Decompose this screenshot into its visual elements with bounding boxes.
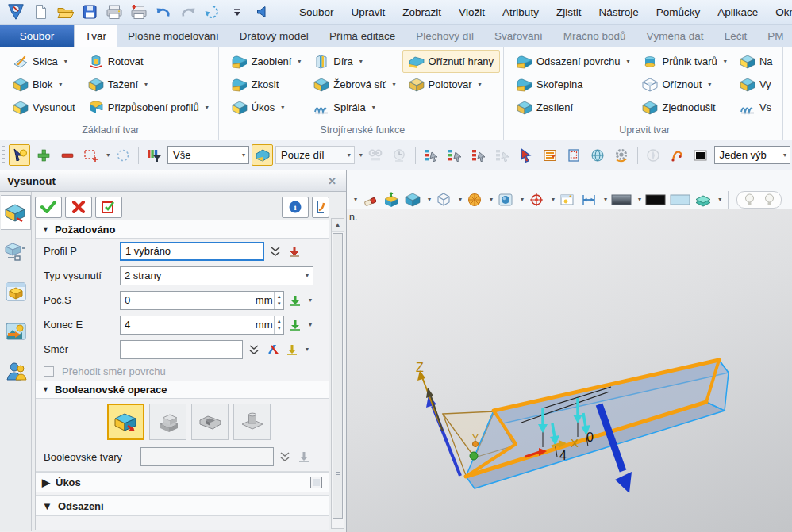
person-tab-icon[interactable] [2, 354, 30, 388]
open-folder-icon[interactable] [56, 2, 75, 21]
origin-green-handle[interactable] [470, 452, 478, 460]
ribbon-item-oriznout[interactable]: Oříznout▾ [636, 73, 732, 96]
chevron-down-icon[interactable]: ▾ [359, 152, 363, 159]
chevron-down-icon[interactable]: ▾ [552, 197, 555, 203]
ribbon-tab-prima-editace[interactable]: Přímá editace [319, 25, 406, 47]
print-icon[interactable] [105, 2, 124, 21]
layers-icon[interactable] [540, 144, 561, 166]
boolean-add-icon[interactable] [149, 404, 186, 440]
gradient-swatch-icon[interactable] [611, 191, 632, 209]
chevron-down-icon[interactable]: ▾ [106, 152, 110, 159]
ribbon-tab-soubor[interactable]: Soubor [0, 25, 74, 47]
expand-chevrons-icon[interactable] [246, 341, 262, 358]
ribbon-item-skorepina[interactable]: Skořepina [510, 73, 636, 96]
new-document-icon[interactable] [31, 2, 50, 21]
pick-mode-combo[interactable]: Jeden výb▾ [714, 146, 790, 164]
ribbon-tab-plechovy-dil[interactable]: Plechový díl [406, 25, 484, 47]
ribbon-item-tazeni[interactable]: Tažení▾ [82, 73, 215, 96]
apply-value-yellow-icon[interactable] [284, 341, 300, 358]
dialog-titlebar[interactable]: Vysunout ✕ [0, 170, 346, 192]
remove-selection-icon[interactable] [56, 144, 78, 166]
dimension-tab-icon[interactable] [2, 235, 30, 270]
scroll-up-icon[interactable]: ▲ [332, 219, 344, 232]
window-cube-tab-icon[interactable] [2, 274, 30, 309]
menu-pomucky[interactable]: Pomůcky [648, 6, 709, 18]
apply-value-green-icon[interactable] [287, 316, 303, 334]
filter-icon[interactable] [144, 144, 165, 166]
black-swatch-icon[interactable] [645, 191, 666, 209]
scrollbar-thumb[interactable] [333, 233, 343, 519]
ribbon-item-zesileni[interactable]: Zesílení [510, 96, 636, 119]
frame-icon[interactable] [690, 144, 712, 166]
h-dimension-icon[interactable] [580, 191, 598, 209]
pick-list-curve-icon[interactable] [444, 144, 466, 166]
ribbon-item-zjednodusit[interactable]: Zjednodušit [636, 96, 732, 119]
pick-scope-combo[interactable]: Pouze díl▾ [275, 146, 355, 164]
dialog-scrollbar[interactable]: ▲ [331, 218, 344, 529]
redo-icon[interactable] [179, 2, 198, 21]
chevron-down-icon[interactable]: ▾ [718, 197, 721, 203]
save-icon[interactable] [80, 2, 99, 21]
ribbon-tab-dratovy-model[interactable]: Drátový model [229, 25, 319, 47]
globe-icon[interactable] [587, 144, 609, 166]
bulb-icon[interactable] [760, 191, 778, 209]
clipboard-icon[interactable] [563, 144, 585, 166]
viewport[interactable]: ▾▾▾▾▾▾▾▾▾ n. [347, 170, 792, 532]
window-pick-icon[interactable] [80, 144, 102, 166]
add-selection-icon[interactable] [33, 144, 54, 166]
undo-icon[interactable] [154, 2, 173, 21]
ribbon-item-spirala[interactable]: Spirála▾ [307, 96, 402, 119]
chevron-down-icon[interactable]: ▾ [521, 197, 524, 203]
viewport-canvas[interactable]: n. [347, 209, 792, 532]
direction-input[interactable] [121, 343, 242, 355]
pick-list-last-icon[interactable] [421, 144, 442, 166]
flip-direction-icon[interactable] [265, 341, 281, 358]
pick-cursor-icon[interactable] [9, 144, 30, 166]
curve-icon[interactable] [667, 144, 688, 166]
print-batch-icon[interactable] [129, 2, 148, 21]
pick-list-all-icon[interactable] [468, 144, 490, 166]
menu-aplikace[interactable]: Aplikace [709, 6, 767, 18]
ribbon-item-skica[interactable]: Skica▾ [6, 50, 82, 73]
chevron-down-icon[interactable]: ▾ [309, 322, 312, 328]
refresh-loop-icon[interactable] [203, 2, 222, 21]
bulb-icon[interactable] [740, 191, 758, 209]
chevron-down-icon[interactable]: ▾ [638, 197, 641, 203]
lasso-pick-icon[interactable] [112, 144, 133, 166]
end-field[interactable]: mm ▲▼ [120, 316, 284, 335]
end-spinner[interactable]: ▲▼ [274, 316, 283, 334]
chevron-down-icon[interactable]: ▾ [309, 297, 312, 304]
ribbon-item-ukos[interactable]: Úkos▾ [225, 96, 308, 119]
boolean-intersect-icon[interactable] [233, 404, 271, 440]
ribbon-tab-vymena-dat[interactable]: Výměna dat [636, 25, 714, 47]
boolean-remove-icon[interactable] [191, 404, 229, 440]
boolean-shapes-field[interactable] [140, 447, 274, 466]
boolean-base-icon[interactable] [107, 404, 144, 440]
section-boolean[interactable]: ▼ Booleanovské operace [36, 381, 329, 399]
ok-button[interactable] [35, 197, 62, 218]
ribbon-item-blok[interactable]: Blok▾ [6, 73, 82, 96]
ribbon-item-zebrova-sit[interactable]: Žebrová síť▾ [307, 73, 402, 96]
apply-value-green-icon[interactable] [287, 292, 303, 309]
expand-chevrons-icon[interactable] [267, 243, 283, 260]
start-spinner[interactable]: ▲▼ [274, 292, 283, 309]
ribbon-tab-mracno-bodu[interactable]: Mračno bodů [553, 25, 636, 47]
ribbon-tab-svarovani[interactable]: Svařování [484, 25, 553, 47]
chevron-down-icon[interactable]: ▾ [354, 197, 357, 203]
extrude-type-select[interactable]: 2 strany ▾ [120, 266, 313, 285]
chevron-down-icon[interactable]: ▾ [604, 197, 607, 203]
boolean-shapes-input[interactable] [141, 451, 273, 463]
ribbon-item-prunik-tvaru[interactable]: Průnik tvarů▾ [636, 50, 732, 73]
eraser-icon[interactable] [361, 191, 379, 209]
ribbon-tab-tvar[interactable]: Tvar [74, 25, 117, 47]
menu-okno[interactable]: Okno [767, 6, 792, 18]
wireframe-cube-icon[interactable] [435, 191, 452, 209]
ribbon-tab-pm[interactable]: PM [757, 25, 792, 47]
profile-field[interactable] [120, 242, 264, 261]
crosshair-icon[interactable] [528, 191, 545, 209]
ribbon-item-polotovar[interactable]: Polotovar▾ [402, 73, 500, 96]
info-button[interactable]: i [282, 197, 309, 218]
ribbon-item-oriznuti-hrany[interactable]: Oříznutí hrany [402, 50, 500, 73]
ribbon-item-odsazeni-povrchu[interactable]: Odsazení povrchu▾ [510, 50, 636, 73]
menu-nastroje[interactable]: Nástroje [590, 6, 647, 18]
